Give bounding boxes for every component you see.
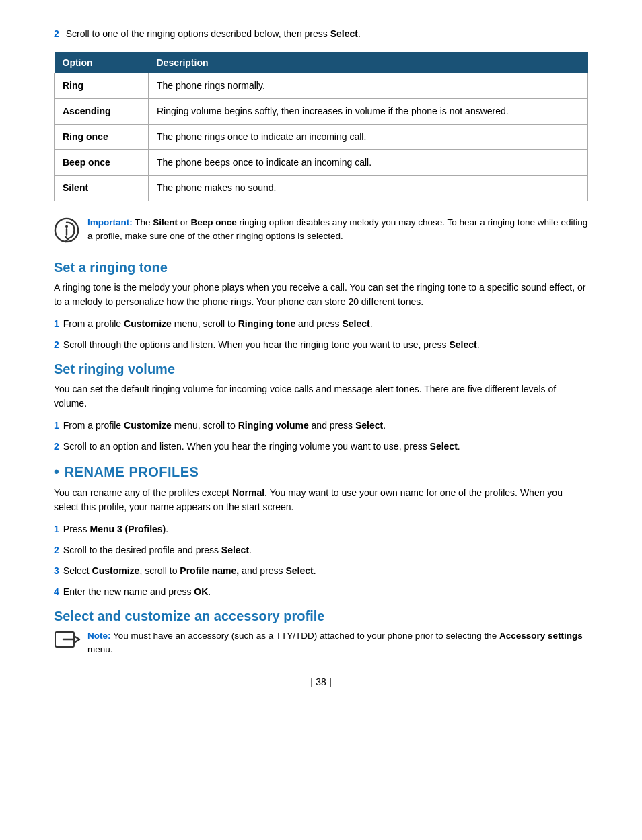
arrow-note: Note: You must have an accessory (such a… [54, 629, 588, 657]
rename-profiles-step-4: 4 Enter the new name and press OK. [54, 585, 588, 599]
table-cell-description: The phone rings normally. [149, 73, 588, 99]
step-number: 3 [54, 564, 59, 578]
note-label: Note: [87, 631, 111, 641]
rename-profiles-header: • RENAME PROFILES [54, 463, 588, 481]
rename-profiles-step-2: 2 Scroll to the desired profile and pres… [54, 543, 588, 557]
step-number: 2 [54, 440, 59, 454]
table-row: Ring once The phone rings once to indica… [55, 125, 588, 150]
table-cell-description: The phone rings once to indicate an inco… [149, 125, 588, 150]
ringing-volume-step-1: 1 From a profile Customize menu, scroll … [54, 419, 588, 433]
step-number: 2 [54, 338, 59, 352]
ringing-tone-heading: Set a ringing tone [54, 260, 588, 275]
table-row: Silent The phone makes no sound. [55, 176, 588, 201]
step-number: 1 [54, 419, 59, 433]
ringing-volume-body: You can set the default ringing volume f… [54, 382, 588, 411]
table-row: Ring The phone rings normally. [55, 73, 588, 99]
step-content: Scroll through the options and listen. W… [63, 338, 588, 352]
step-number: 1 [54, 317, 59, 331]
table-cell-description: The phone makes no sound. [149, 176, 588, 201]
important-note-text: Important: The Silent or Beep once ringi… [87, 216, 588, 244]
rename-profiles-heading: RENAME PROFILES [65, 464, 199, 480]
table-row: Ascending Ringing volume begins softly, … [55, 99, 588, 125]
rename-profiles-step-3: 3 Select Customize, scroll to Profile na… [54, 564, 588, 578]
table-cell-option: Beep once [55, 150, 149, 176]
page-number: [ 38 ] [54, 676, 588, 687]
table-cell-option: Ascending [55, 99, 149, 125]
intro-step-2: 2 Scroll to one of the ringing options d… [54, 27, 588, 41]
arrow-icon [54, 631, 79, 652]
accessory-profile-section: Select and customize an accessory profil… [54, 608, 588, 657]
intro-step-text: Scroll to one of the ringing options des… [66, 28, 361, 39]
table-cell-description: The phone beeps once to indicate an inco… [149, 150, 588, 176]
accessory-profile-heading: Select and customize an accessory profil… [54, 608, 588, 624]
table-row: Beep once The phone beeps once to indica… [55, 150, 588, 176]
ringing-tone-step-2: 2 Scroll through the options and listen.… [54, 338, 588, 352]
table-cell-description: Ringing volume begins softly, then incre… [149, 99, 588, 125]
step-content: From a profile Customize menu, scroll to… [63, 317, 588, 331]
step-content: Select Customize, scroll to Profile name… [63, 564, 588, 578]
step-number: 4 [54, 585, 59, 599]
svg-point-1 [65, 225, 68, 228]
table-cell-option: Ring [55, 73, 149, 99]
table-cell-option: Silent [55, 176, 149, 201]
important-note: Important: The Silent or Beep once ringi… [54, 213, 588, 246]
important-label: Important: [87, 217, 133, 228]
step-content: Press Menu 3 (Profiles). [63, 522, 588, 536]
step-number: 1 [54, 522, 59, 536]
step-content: Scroll to the desired profile and press … [63, 543, 588, 557]
accessory-note-text: Note: You must have an accessory (such a… [87, 629, 588, 657]
step-content: From a profile Customize menu, scroll to… [63, 419, 588, 433]
ringing-tone-step-1: 1 From a profile Customize menu, scroll … [54, 317, 588, 331]
step-number: 2 [54, 543, 59, 557]
table-cell-option: Ring once [55, 125, 149, 150]
ringing-volume-heading: Set ringing volume [54, 361, 588, 377]
table-header-option: Option [55, 52, 149, 73]
rename-profiles-body: You can rename any of the profiles excep… [54, 486, 588, 514]
ringing-volume-step-2: 2 Scroll to an option and listen. When y… [54, 440, 588, 454]
table-header-description: Description [149, 52, 588, 73]
options-table: Option Description Ring The phone rings … [54, 52, 588, 201]
important-icon [54, 217, 79, 243]
rename-profiles-section: • RENAME PROFILES You can rename any of … [54, 463, 588, 599]
ringing-volume-section: Set ringing volume You can set the defau… [54, 361, 588, 454]
step-content: Enter the new name and press OK. [63, 585, 588, 599]
bullet-dot: • [54, 463, 59, 481]
ringing-tone-body: A ringing tone is the melody your phone … [54, 281, 588, 309]
ringing-tone-section: Set a ringing tone A ringing tone is the… [54, 260, 588, 352]
rename-profiles-step-1: 1 Press Menu 3 (Profiles). [54, 522, 588, 536]
step-number-2: 2 [54, 28, 59, 39]
step-content: Scroll to an option and listen. When you… [63, 440, 588, 454]
